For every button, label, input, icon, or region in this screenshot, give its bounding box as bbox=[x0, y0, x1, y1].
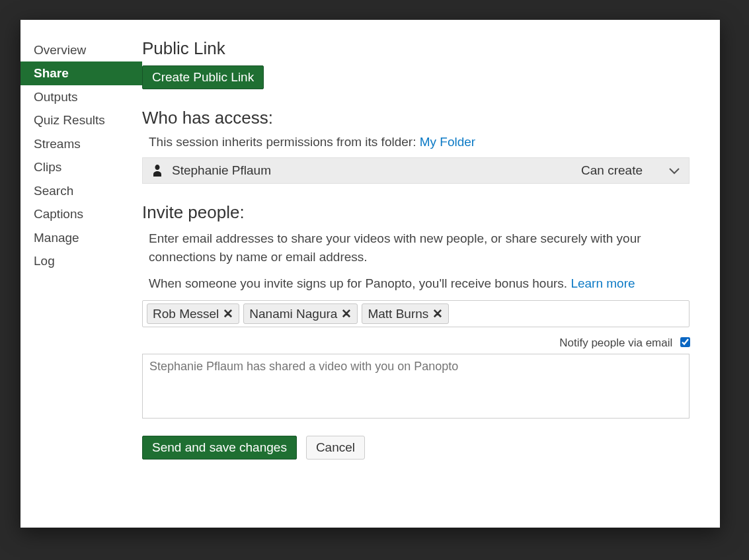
sidebar-item-captions[interactable]: Captions bbox=[20, 202, 142, 225]
invite-token-label: Nanami Nagura bbox=[249, 307, 337, 321]
notify-label[interactable]: Notify people via email bbox=[559, 337, 690, 349]
notify-row: Notify people via email bbox=[142, 337, 690, 350]
invite-message-textarea[interactable] bbox=[142, 354, 690, 419]
person-icon bbox=[152, 165, 163, 177]
sidebar-item-overview[interactable]: Overview bbox=[20, 38, 142, 61]
sidebar-item-quiz-results[interactable]: Quiz Results bbox=[20, 108, 142, 132]
invite-bonus-text: When someone you invite signs up for Pan… bbox=[149, 276, 690, 291]
folder-link[interactable]: My Folder bbox=[420, 135, 475, 149]
learn-more-link[interactable]: Learn more bbox=[571, 276, 635, 290]
cancel-button[interactable]: Cancel bbox=[306, 436, 365, 460]
remove-token-icon[interactable]: ✕ bbox=[223, 306, 233, 321]
invite-people-heading: Invite people: bbox=[142, 202, 690, 223]
invite-description: Enter email addresses to share your vide… bbox=[149, 229, 690, 266]
inherit-permissions-text: This session inherits permissions from i… bbox=[149, 135, 690, 149]
remove-token-icon[interactable]: ✕ bbox=[432, 306, 443, 321]
access-row[interactable]: Stephanie Pflaum Can create bbox=[142, 157, 690, 184]
sidebar-item-search[interactable]: Search bbox=[20, 179, 142, 202]
public-link-heading: Public Link bbox=[142, 38, 690, 59]
who-has-access-heading: Who has access: bbox=[142, 108, 690, 128]
create-public-link-button[interactable]: Create Public Link bbox=[142, 65, 264, 89]
sidebar: Overview Share Outputs Quiz Results Stre… bbox=[20, 20, 142, 528]
sidebar-item-share[interactable]: Share bbox=[20, 61, 142, 85]
invite-token: Matt Burns ✕ bbox=[362, 303, 449, 324]
send-save-button[interactable]: Send and save changes bbox=[142, 436, 297, 460]
remove-token-icon[interactable]: ✕ bbox=[341, 306, 352, 321]
invite-bonus-prefix: When someone you invite signs up for Pan… bbox=[149, 276, 571, 290]
inherit-prefix: This session inherits permissions from i… bbox=[149, 135, 420, 149]
sidebar-item-outputs[interactable]: Outputs bbox=[20, 85, 142, 108]
invite-token: Nanami Nagura ✕ bbox=[243, 303, 358, 324]
invite-token-input[interactable]: Rob Messel ✕ Nanami Nagura ✕ Matt Burns … bbox=[142, 300, 690, 327]
sidebar-item-streams[interactable]: Streams bbox=[20, 132, 142, 155]
invite-token-label: Matt Burns bbox=[368, 307, 428, 321]
actions-row: Send and save changes Cancel bbox=[142, 436, 690, 460]
sidebar-item-manage[interactable]: Manage bbox=[20, 226, 142, 249]
access-user-name: Stephanie Pflaum bbox=[172, 163, 581, 178]
sidebar-item-clips[interactable]: Clips bbox=[20, 155, 142, 179]
invite-token-label: Rob Messel bbox=[153, 307, 219, 321]
access-permission-label: Can create bbox=[581, 163, 643, 178]
main-content: Public Link Create Public Link Who has a… bbox=[142, 20, 720, 528]
invite-text-input[interactable] bbox=[453, 306, 459, 322]
chevron-down-icon[interactable] bbox=[669, 163, 680, 178]
notify-label-text: Notify people via email bbox=[559, 337, 672, 349]
notify-checkbox[interactable] bbox=[680, 337, 690, 347]
sidebar-item-log[interactable]: Log bbox=[20, 249, 142, 272]
invite-token: Rob Messel ✕ bbox=[147, 303, 239, 324]
settings-panel: Overview Share Outputs Quiz Results Stre… bbox=[20, 20, 720, 528]
